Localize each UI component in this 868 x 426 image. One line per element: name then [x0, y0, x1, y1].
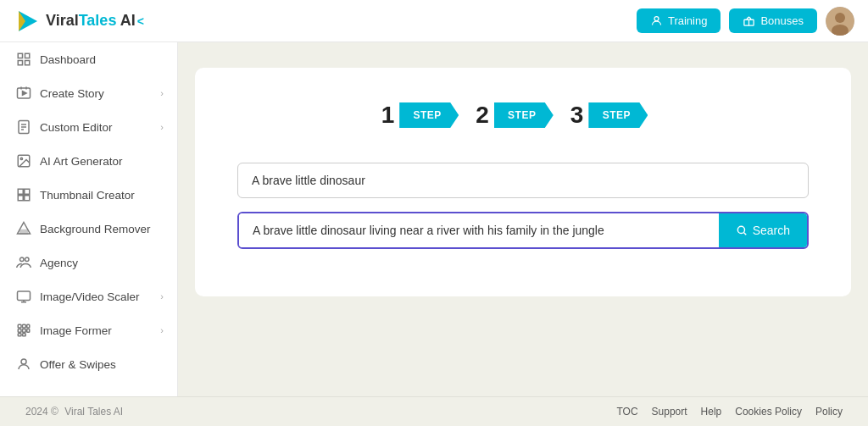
svg-rect-35	[18, 329, 21, 333]
header-buttons: Training Bonuses	[637, 7, 854, 36]
svg-rect-37	[27, 329, 30, 333]
step-3-badge: STEP	[588, 102, 648, 128]
training-button[interactable]: Training	[637, 8, 721, 33]
footer: 2024 © Viral Tales AI TOC Support Help C…	[0, 396, 868, 426]
thumbnail-icon	[16, 187, 31, 202]
bonuses-button[interactable]: Bonuses	[729, 8, 817, 33]
svg-rect-8	[25, 53, 30, 58]
sidebar-label-background-remover: Background Remover	[40, 223, 151, 235]
logo-tales: Tales	[79, 12, 117, 29]
image-video-scaler-icon	[16, 289, 31, 304]
svg-point-2	[654, 17, 659, 21]
sidebar: Dashboard Create Story › Custom Editor ›	[0, 42, 178, 396]
svg-point-41	[737, 226, 744, 233]
search-button-label: Search	[753, 224, 790, 237]
sidebar-item-custom-editor[interactable]: Custom Editor ›	[0, 110, 177, 144]
step-3-number: 3	[570, 102, 584, 129]
story-search-input[interactable]	[239, 213, 719, 247]
body: Dashboard Create Story › Custom Editor ›	[0, 42, 868, 396]
sidebar-item-offer-swipes[interactable]: Offer & Swipes	[0, 347, 177, 381]
svg-rect-36	[23, 329, 26, 333]
footer-links: TOC Support Help Cookies Policy Policy	[616, 406, 843, 418]
sidebar-item-image-former[interactable]: Image Former ›	[0, 313, 177, 347]
sidebar-item-thumbnail-creator[interactable]: Thumbnail Creator	[0, 178, 177, 212]
footer-link-support[interactable]: Support	[652, 406, 687, 418]
sidebar-label-agency: Agency	[40, 257, 78, 269]
avatar-image	[826, 7, 854, 36]
agency-icon	[16, 255, 31, 270]
sidebar-label-dashboard: Dashboard	[40, 53, 96, 66]
step-2-badge: STEP	[494, 102, 554, 128]
svg-rect-34	[27, 324, 30, 328]
logo-viral: Viral	[46, 12, 79, 29]
sidebar-label-offer-swipes: Offer & Swipes	[40, 358, 116, 371]
svg-marker-14	[23, 91, 27, 96]
custom-editor-chevron: ›	[160, 122, 164, 132]
image-former-chevron: ›	[160, 325, 164, 335]
sidebar-label-image-video-scaler: Image/Video Scaler	[40, 290, 140, 303]
sidebar-item-image-video-scaler[interactable]: Image/Video Scaler ›	[0, 279, 177, 313]
bonuses-icon	[743, 14, 755, 27]
search-icon	[736, 224, 748, 236]
svg-rect-29	[18, 291, 31, 301]
logo-chevron: <	[137, 14, 144, 28]
sidebar-item-agency[interactable]: Agency	[0, 246, 177, 279]
content-card: 1 STEP 2 STEP 3 STEP	[195, 68, 851, 296]
logo[interactable]: ViralTales AI<	[14, 8, 144, 35]
create-story-icon	[16, 86, 31, 101]
logo-icon	[14, 8, 41, 35]
ai-art-icon	[16, 153, 31, 169]
svg-point-28	[25, 257, 30, 262]
custom-editor-icon	[16, 119, 31, 135]
svg-point-27	[20, 257, 25, 262]
svg-rect-38	[18, 334, 21, 336]
sidebar-label-thumbnail: Thumbnail Creator	[40, 189, 135, 202]
footer-copyright: 2024 © Viral Tales AI	[25, 406, 123, 418]
dashboard-icon	[16, 52, 31, 67]
svg-point-20	[20, 158, 22, 159]
svg-rect-24	[25, 196, 30, 201]
svg-line-42	[743, 233, 746, 235]
background-remover-icon	[16, 221, 31, 236]
svg-rect-39	[23, 334, 26, 336]
svg-rect-22	[25, 189, 30, 194]
logo-ai: AI	[120, 12, 136, 29]
sidebar-label-create-story: Create Story	[40, 87, 104, 100]
sidebar-label-ai-art: AI Art Generator	[40, 155, 123, 168]
footer-link-policy[interactable]: Policy	[815, 406, 843, 418]
search-row: Search	[237, 212, 809, 249]
svg-point-5	[835, 13, 845, 23]
svg-rect-10	[25, 61, 30, 65]
sidebar-label-custom-editor: Custom Editor	[40, 121, 113, 134]
step-1-number: 1	[381, 102, 395, 129]
create-story-chevron: ›	[160, 88, 164, 98]
steps-row: 1 STEP 2 STEP 3 STEP	[237, 102, 809, 129]
svg-rect-23	[18, 196, 23, 201]
step-1-badge: STEP	[399, 102, 459, 128]
footer-link-cookies-policy[interactable]: Cookies Policy	[735, 406, 802, 418]
sidebar-item-background-remover[interactable]: Background Remover	[0, 212, 177, 246]
step-2-number: 2	[476, 102, 489, 129]
image-video-scaler-chevron: ›	[160, 291, 164, 302]
avatar[interactable]	[826, 7, 854, 36]
search-button[interactable]: Search	[719, 213, 807, 247]
sidebar-item-create-story[interactable]: Create Story ›	[0, 76, 177, 110]
footer-link-help[interactable]: Help	[701, 406, 722, 418]
sidebar-item-dashboard[interactable]: Dashboard	[0, 42, 177, 76]
story-title-input[interactable]	[237, 163, 809, 198]
svg-rect-9	[18, 61, 22, 65]
sidebar-label-image-former: Image Former	[40, 324, 112, 337]
title-input-group	[237, 163, 809, 198]
search-input-group: Search	[237, 212, 809, 249]
svg-rect-7	[18, 53, 22, 58]
main-content: 1 STEP 2 STEP 3 STEP	[178, 42, 868, 396]
svg-rect-26	[20, 230, 28, 235]
svg-rect-21	[18, 189, 23, 194]
svg-rect-33	[23, 324, 26, 328]
image-former-icon	[16, 323, 31, 338]
sidebar-item-ai-art-generator[interactable]: AI Art Generator	[0, 144, 177, 178]
svg-rect-32	[18, 324, 21, 328]
footer-link-toc[interactable]: TOC	[616, 406, 637, 418]
svg-point-40	[21, 359, 26, 364]
training-icon	[650, 14, 663, 27]
